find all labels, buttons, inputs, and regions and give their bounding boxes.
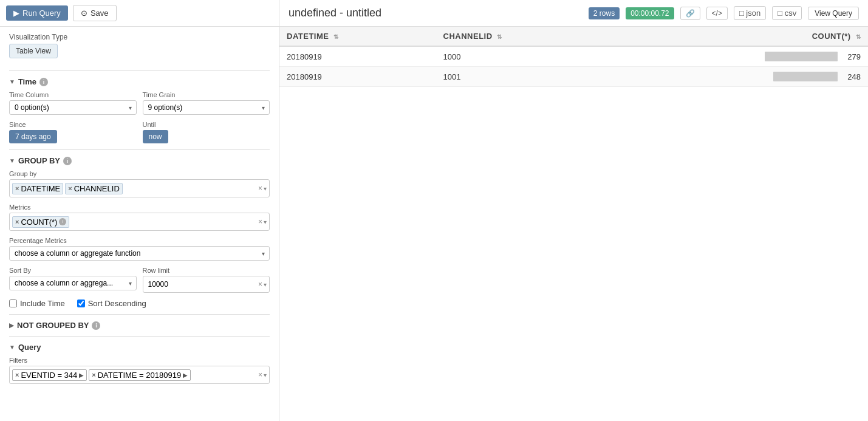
viz-type-label: Visualization Type [9, 33, 270, 41]
count-bar-1 [765, 52, 838, 61]
remove-channelid-tag[interactable]: × [68, 185, 72, 192]
since-field: Since 7 days ago [9, 121, 137, 143]
group-by-dropdown-icon[interactable]: ▾ [264, 185, 267, 192]
percentage-metrics-field: Percentage Metrics choose a column or ag… [9, 237, 270, 261]
time-grain-wrapper: 9 option(s) [143, 100, 270, 115]
run-query-button[interactable]: ▶ Run Query [6, 5, 68, 21]
table-body: 20180919 1000 279 20180919 1001 [279, 46, 868, 87]
col-datetime[interactable]: DATETIME ⇅ [279, 27, 436, 46]
group-by-info-icon: i [63, 157, 72, 165]
col-channelid[interactable]: CHANNELID ⇅ [436, 27, 609, 46]
time-column-wrapper: 0 option(s) [9, 100, 137, 115]
metrics-label: Metrics [9, 204, 270, 211]
time-info-icon: i [39, 78, 48, 86]
cell-datetime-1: 20180919 [279, 46, 436, 67]
group-by-input[interactable]: × DATETIME × CHANNELID × ▾ [9, 179, 270, 197]
until-field: Until now [143, 121, 270, 143]
results-table: DATETIME ⇅ CHANNELID ⇅ COUNT(*) ⇅ [279, 27, 868, 87]
viz-type-button[interactable]: Table View [9, 44, 58, 58]
time-grain-select[interactable]: 9 option(s) [143, 100, 270, 115]
time-chevron-icon: ▼ [9, 78, 15, 85]
until-button[interactable]: now [143, 130, 168, 143]
time-column-label: Time Column [9, 91, 137, 98]
remove-datetime-filter[interactable]: × [92, 371, 95, 378]
sort-descending-checkbox[interactable] [77, 299, 85, 307]
channelid-sort-icon: ⇅ [497, 33, 502, 40]
not-grouped-by-chevron-icon: ▶ [9, 322, 14, 329]
since-until-row: Since 7 days ago Until now [9, 121, 270, 143]
link-icon-button[interactable]: 🔗 [680, 7, 700, 20]
metrics-input[interactable]: × COUNT(*) i × ▾ [9, 213, 270, 231]
datetime-filter-arrow[interactable]: ▶ [183, 372, 188, 378]
row-limit-dropdown-icon[interactable]: ▾ [264, 281, 267, 288]
left-panel: ▶ Run Query ⊙ Save Visualization Type Ta… [0, 0, 279, 421]
percentage-metrics-select[interactable]: choose a column or aggregate function [9, 246, 270, 261]
time-section-header[interactable]: ▼ Time i [9, 77, 270, 86]
filters-clear-btn[interactable]: × [258, 371, 262, 379]
group-by-label: Group by [9, 170, 270, 177]
metrics-clear: × ▾ [258, 217, 267, 226]
query-chevron-icon: ▼ [9, 344, 15, 351]
save-button[interactable]: ⊙ Save [73, 5, 117, 21]
group-by-clear: × ▾ [258, 184, 267, 193]
count-value-2: 248 [842, 72, 861, 81]
filters-input[interactable]: × EVENTID = 344 ▶ × DATETIME = 20180919 … [9, 366, 270, 384]
include-time-checkbox[interactable] [9, 299, 17, 307]
toolbar: ▶ Run Query ⊙ Save [0, 0, 279, 27]
not-grouped-by-section-header[interactable]: ▶ NOT GROUPED BY i [9, 321, 270, 330]
col-count[interactable]: COUNT(*) ⇅ [609, 27, 868, 46]
not-grouped-by-info-icon: i [92, 321, 100, 330]
group-by-field: Group by × DATETIME × CHANNELID × ▾ [9, 170, 270, 197]
filters-dropdown-icon[interactable]: ▾ [264, 372, 267, 378]
metrics-clear-btn[interactable]: × [258, 217, 262, 226]
remove-count-tag[interactable]: × [15, 218, 19, 225]
remove-eventid-filter[interactable]: × [15, 371, 19, 378]
group-by-clear-btn[interactable]: × [258, 184, 262, 193]
sort-by-wrapper: choose a column or aggrega... [9, 276, 137, 290]
cell-count-1: 279 [609, 46, 868, 67]
sort-rowlimit-row: Sort By choose a column or aggrega... Ro… [9, 267, 270, 293]
sort-by-select[interactable]: choose a column or aggrega... [9, 276, 137, 290]
save-icon: ⊙ [81, 9, 87, 18]
not-grouped-by-title: NOT GROUPED BY [17, 321, 89, 330]
table-row: 20180919 1001 248 [279, 67, 868, 87]
include-time-checkbox-label[interactable]: Include Time [9, 299, 65, 308]
time-section-title: Time [18, 77, 36, 86]
csv-button[interactable]: □ csv [772, 6, 802, 20]
sort-by-field: Sort By choose a column or aggrega... [9, 267, 137, 290]
table-header: DATETIME ⇅ CHANNELID ⇅ COUNT(*) ⇅ [279, 27, 868, 46]
play-icon: ▶ [13, 9, 19, 18]
cell-count-2: 248 [609, 67, 868, 87]
checkbox-row: Include Time Sort Descending [9, 299, 270, 308]
cell-channelid-2: 1001 [436, 67, 609, 87]
row-limit-field: Row limit 10000 × ▾ [143, 267, 270, 293]
code-icon-button[interactable]: </> [706, 7, 728, 20]
row-limit-clear-btn[interactable]: × [258, 280, 262, 289]
table-header-row: DATETIME ⇅ CHANNELID ⇅ COUNT(*) ⇅ [279, 27, 868, 46]
table-row: 20180919 1000 279 [279, 46, 868, 67]
datetime-sort-icon: ⇅ [333, 33, 339, 40]
until-label: Until [143, 121, 270, 128]
view-query-button[interactable]: View Query [808, 7, 859, 20]
rows-badge: 2 rows [589, 7, 620, 19]
cell-channelid-1: 1000 [436, 46, 609, 67]
group-by-section-header[interactable]: ▼ GROUP BY i [9, 156, 270, 165]
filter-tag-datetime: × DATETIME = 20180919 ▶ [89, 369, 191, 381]
eventid-filter-arrow[interactable]: ▶ [79, 372, 84, 378]
json-button[interactable]: □ json [734, 6, 766, 20]
metrics-field: Metrics × COUNT(*) i × ▾ [9, 204, 270, 231]
filter-tag-eventid: × EVENTID = 344 ▶ [12, 369, 87, 381]
sort-descending-checkbox-label[interactable]: Sort Descending [77, 299, 146, 308]
since-button[interactable]: 7 days ago [9, 130, 57, 143]
group-by-chevron-icon: ▼ [9, 157, 15, 164]
remove-datetime-tag[interactable]: × [15, 185, 19, 192]
group-by-tag-channelid: × CHANNELID [65, 183, 123, 194]
visualization-type-section: Visualization Type Table View [9, 33, 270, 64]
time-column-select[interactable]: 0 option(s) [9, 100, 137, 115]
metrics-dropdown-icon[interactable]: ▾ [264, 219, 267, 225]
sort-by-label: Sort By [9, 267, 137, 274]
row-limit-input[interactable]: 10000 × ▾ [143, 276, 270, 293]
chart-title: undefined - untitled [289, 7, 583, 19]
time-badge: 00:00:00.72 [626, 7, 674, 19]
query-section-header[interactable]: ▼ Query [9, 343, 270, 352]
